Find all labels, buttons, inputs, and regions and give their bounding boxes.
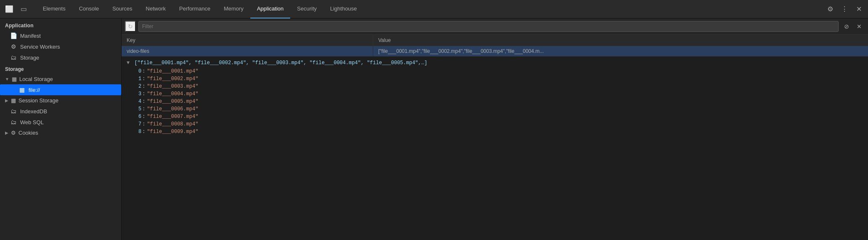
json-entry-7: 7:"file___0008.mp4" (127, 120, 863, 128)
json-index-5: 5 (138, 106, 141, 112)
chevron-down-icon: ▼ (5, 77, 9, 81)
close-filter-icon[interactable]: ✕ (854, 21, 865, 32)
manifest-icon: 📄 (10, 32, 17, 39)
tab-sources[interactable]: Sources (106, 0, 139, 18)
json-value-1: "file___0002.mp4" (147, 76, 198, 82)
json-entry-1: 1:"file___0002.mp4" (127, 75, 863, 83)
json-index-8: 8 (138, 129, 141, 135)
table-cell-value: ["file___0001.mp4","file___0002.mp4","fi… (373, 46, 868, 56)
json-entry-3: 3:"file___0004.mp4" (127, 90, 863, 98)
table-row[interactable]: video-files ["file___0001.mp4","file___0… (122, 46, 868, 57)
json-entry-4: 4:"file___0005.mp4" (127, 98, 863, 105)
cookies-icon: ⚙ (11, 130, 16, 136)
value-column-header: Value (373, 35, 868, 46)
key-column-header: Key (122, 35, 373, 46)
tab-application[interactable]: Application (250, 0, 291, 18)
filter-input[interactable] (138, 21, 839, 32)
session-storage-label: Session Storage (18, 97, 58, 104)
local-storage-icon: ▦ (12, 76, 17, 82)
top-tab-bar: ⬜ ▭ Elements Console Sources Network Per… (0, 0, 868, 18)
session-storage-group[interactable]: ▶ ▦ Session Storage (0, 95, 121, 106)
json-index-1: 1 (138, 76, 141, 82)
service-workers-label: Service Workers (20, 44, 60, 50)
settings-icon[interactable]: ⚙ (824, 3, 836, 15)
websql-label: Web SQL (20, 119, 44, 125)
more-icon[interactable]: ⋮ (839, 3, 850, 15)
json-entry-0: 0:"file___0001.mp4" (127, 68, 863, 75)
close-icon[interactable]: ✕ (853, 3, 865, 15)
tab-network[interactable]: Network (139, 0, 173, 18)
local-storage-group[interactable]: ▼ ▦ Local Storage (0, 74, 121, 84)
refresh-button[interactable]: ↻ (125, 21, 136, 32)
json-index-7: 7 (138, 121, 141, 127)
sidebar-item-indexeddb[interactable]: 🗂 IndexedDB (0, 106, 121, 117)
tab-security[interactable]: Security (290, 0, 323, 18)
table-cell-key: video-files (122, 46, 373, 56)
session-storage-icon: ▦ (11, 97, 16, 104)
json-value-8: "file___0009.mp4" (147, 129, 198, 135)
sidebar: Application 📄 Manifest ⚙ Service Workers… (0, 18, 122, 240)
main-area: Application 📄 Manifest ⚙ Service Workers… (0, 18, 868, 240)
json-value-7: "file___0008.mp4" (147, 121, 198, 127)
json-index-6: 6 (138, 114, 141, 120)
application-section-title: Application (0, 20, 121, 30)
cookies-group[interactable]: ▶ ⚙ Cookies (0, 128, 121, 138)
tab-lighthouse[interactable]: Lighthouse (323, 0, 364, 18)
filter-bar: ↻ ⊘ ✕ (122, 18, 868, 35)
chevron-right-icon: ▶ (5, 98, 8, 103)
expand-icon[interactable]: ▼ (127, 60, 130, 66)
sidebar-item-file[interactable]: ▦ file:// (0, 84, 121, 95)
tabs-right-icons: ⚙ ⋮ ✕ (824, 3, 865, 15)
json-index-3: 3 (138, 91, 141, 97)
json-index-2: 2 (138, 83, 141, 89)
storage-label: Storage (20, 55, 39, 61)
json-entry-8: 8:"file___0009.mp4" (127, 128, 863, 136)
json-value-5: "file___0006.mp4" (147, 106, 198, 112)
devtools-icons: ⬜ ▭ (3, 3, 29, 15)
json-value-0: "file___0001.mp4" (147, 68, 198, 74)
indexeddb-label: IndexedDB (20, 108, 47, 115)
json-value-6: "file___0007.mp4" (147, 114, 198, 120)
json-index-0: 0 (138, 68, 141, 74)
tab-elements[interactable]: Elements (36, 0, 72, 18)
json-value-3: "file___0004.mp4" (147, 91, 198, 97)
json-index-4: 4 (138, 99, 141, 104)
indexeddb-icon: 🗂 (10, 108, 17, 115)
json-value-4: "file___0005.mp4" (147, 99, 198, 104)
manifest-label: Manifest (20, 33, 41, 39)
storage-section-title: Storage (0, 63, 121, 74)
storage-icon: 🗂 (10, 54, 17, 61)
cookies-label: Cookies (18, 130, 38, 136)
file-label: file:// (29, 87, 40, 93)
json-tree: ▼ ["file___0001.mp4", "file___0002.mp4",… (122, 57, 868, 240)
websql-icon: 🗂 (10, 119, 17, 125)
sidebar-item-storage[interactable]: 🗂 Storage (0, 52, 121, 63)
filter-actions: ⊘ ✕ (841, 21, 865, 32)
tab-memory[interactable]: Memory (217, 0, 250, 18)
tab-console[interactable]: Console (72, 0, 106, 18)
device-icon[interactable]: ▭ (18, 3, 29, 15)
tab-performance[interactable]: Performance (172, 0, 217, 18)
cursor-icon[interactable]: ⬜ (3, 3, 15, 15)
json-entry-6: 6:"file___0007.mp4" (127, 113, 863, 120)
json-value-2: "file___0003.mp4" (147, 83, 198, 89)
json-root-node[interactable]: ▼ ["file___0001.mp4", "file___0002.mp4",… (127, 60, 863, 66)
clear-filter-icon[interactable]: ⊘ (841, 21, 852, 32)
json-entry-5: 5:"file___0006.mp4" (127, 105, 863, 113)
json-root-preview: ["file___0001.mp4", "file___0002.mp4", "… (134, 60, 427, 66)
json-entry-2: 2:"file___0003.mp4" (127, 83, 863, 90)
local-storage-label: Local Storage (19, 76, 53, 82)
chevron-right-icon2: ▶ (5, 130, 8, 135)
content-panel: ↻ ⊘ ✕ Key Value video-files ["file___000… (122, 18, 868, 240)
sidebar-item-service-workers[interactable]: ⚙ Service Workers (0, 41, 121, 52)
file-table-icon: ▦ (18, 86, 25, 93)
sidebar-item-manifest[interactable]: 📄 Manifest (0, 30, 121, 41)
gear-icon: ⚙ (10, 43, 17, 50)
table-header: Key Value (122, 35, 868, 46)
sidebar-item-websql[interactable]: 🗂 Web SQL (0, 117, 121, 128)
